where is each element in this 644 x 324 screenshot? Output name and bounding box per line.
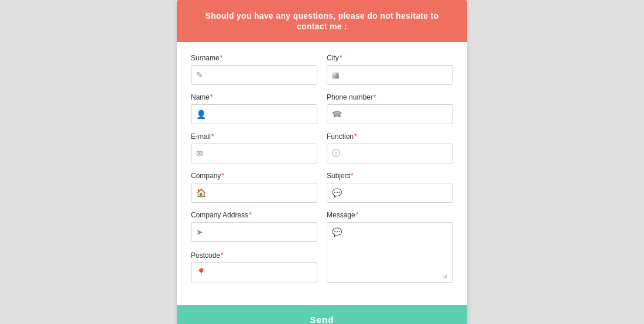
name-input[interactable] bbox=[210, 110, 312, 119]
postcode-input[interactable] bbox=[210, 268, 312, 277]
address-icon: ➤ bbox=[196, 227, 203, 237]
surname-input-wrapper: ✎ bbox=[191, 65, 317, 85]
name-icon: 👤 bbox=[196, 110, 206, 119]
email-input-wrapper: ✉ bbox=[191, 144, 317, 163]
message-label: Message* bbox=[327, 211, 453, 219]
row-name-phone: Name* 👤 Phone number* ☎ bbox=[191, 93, 453, 132]
city-col: City* ▦ bbox=[327, 54, 453, 85]
surname-label: Surname* bbox=[191, 54, 317, 62]
row-address-message: Company Address* ➤ Postcode* 📍 bbox=[191, 211, 453, 291]
function-col: Function* ⓘ bbox=[327, 132, 453, 163]
postcode-label: Postcode* bbox=[191, 251, 317, 260]
city-input-wrapper: ▦ bbox=[327, 65, 453, 85]
phone-input[interactable] bbox=[345, 110, 448, 119]
function-label: Function* bbox=[327, 132, 453, 141]
postcode-input-wrapper: 📍 bbox=[191, 262, 317, 282]
address-col: Company Address* ➤ bbox=[191, 211, 317, 243]
row-email-function: E-mail* ✉ Function* ⓘ bbox=[191, 132, 453, 172]
surname-col: Surname* ✎ bbox=[191, 54, 317, 85]
postcode-col: Postcode* 📍 bbox=[191, 251, 317, 284]
subject-label: Subject* bbox=[327, 172, 453, 180]
surname-input[interactable] bbox=[207, 71, 312, 80]
email-icon: ✉ bbox=[196, 149, 203, 158]
phone-input-wrapper: ☎ bbox=[327, 104, 453, 124]
email-col: E-mail* ✉ bbox=[191, 132, 317, 163]
name-col: Name* 👤 bbox=[191, 93, 317, 124]
city-icon: ▦ bbox=[332, 70, 340, 80]
subject-input[interactable] bbox=[345, 189, 448, 197]
postcode-icon: 📍 bbox=[196, 268, 206, 277]
message-textarea-wrapper: 💬 bbox=[327, 222, 453, 283]
email-input[interactable] bbox=[207, 149, 312, 158]
form-header: Should you have any questions, please do… bbox=[177, 0, 467, 42]
message-textarea[interactable] bbox=[345, 226, 448, 279]
header-text: Should you have any questions, please do… bbox=[205, 11, 439, 31]
contact-form: Should you have any questions, please do… bbox=[177, 0, 467, 324]
company-input[interactable] bbox=[210, 189, 312, 197]
message-col: Message* 💬 bbox=[327, 211, 453, 283]
address-input[interactable] bbox=[207, 228, 312, 237]
phone-label: Phone number* bbox=[327, 93, 453, 101]
name-input-wrapper: 👤 bbox=[191, 104, 317, 124]
company-col: Company* 🏠 bbox=[191, 172, 317, 203]
form-body: Surname* ✎ City* ▦ Nam bbox=[177, 42, 467, 305]
phone-icon: ☎ bbox=[332, 110, 342, 119]
city-input[interactable] bbox=[343, 71, 448, 80]
row-surname-city: Surname* ✎ City* ▦ bbox=[191, 54, 453, 93]
name-label: Name* bbox=[191, 93, 317, 101]
person-icon: ✎ bbox=[196, 70, 203, 80]
phone-col: Phone number* ☎ bbox=[327, 93, 453, 124]
company-icon: 🏠 bbox=[196, 188, 206, 197]
subject-col: Subject* 💬 bbox=[327, 172, 453, 203]
address-input-wrapper: ➤ bbox=[191, 222, 317, 242]
address-label: Company Address* bbox=[191, 211, 317, 219]
subject-input-wrapper: 💬 bbox=[327, 183, 453, 203]
send-button[interactable]: Send bbox=[177, 305, 467, 324]
subject-icon: 💬 bbox=[332, 188, 342, 197]
city-label: City* bbox=[327, 54, 453, 62]
company-label: Company* bbox=[191, 172, 317, 180]
row-company-subject: Company* 🏠 Subject* 💬 bbox=[191, 172, 453, 211]
function-input-wrapper: ⓘ bbox=[327, 144, 453, 163]
function-icon: ⓘ bbox=[332, 148, 340, 159]
function-input[interactable] bbox=[344, 149, 448, 158]
company-input-wrapper: 🏠 bbox=[191, 183, 317, 203]
message-icon: 💬 bbox=[332, 227, 342, 237]
email-label: E-mail* bbox=[191, 132, 317, 141]
address-postcode-col: Company Address* ➤ Postcode* 📍 bbox=[191, 211, 317, 291]
send-label: Send bbox=[310, 315, 334, 324]
